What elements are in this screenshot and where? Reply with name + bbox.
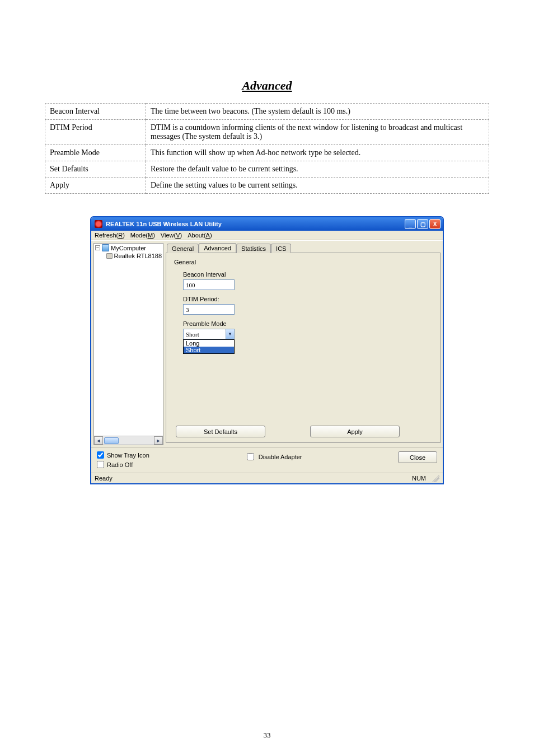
app-window: REALTEK 11n USB Wireless LAN Utility _ ▢… <box>90 216 444 484</box>
set-defaults-button[interactable]: Set Defaults <box>176 426 265 437</box>
preamble-dropdown-list[interactable]: LongShort <box>183 339 235 354</box>
device-tree[interactable]: − MyComputer Realtek RTL8188 ◄ ► <box>93 243 163 445</box>
definitions-table: Beacon IntervalThe time between two beac… <box>45 103 489 194</box>
preamble-option[interactable]: Short <box>184 347 234 353</box>
def-desc: DTIM is a countdown informing clients of… <box>146 120 489 145</box>
def-term: Apply <box>45 178 146 194</box>
def-term: Set Defaults <box>45 161 146 178</box>
menu-item[interactable]: About(A) <box>188 232 212 239</box>
scroll-right-icon[interactable]: ► <box>154 436 163 445</box>
adapter-icon <box>106 253 113 259</box>
minimize-button[interactable]: _ <box>405 219 416 229</box>
chevron-down-icon[interactable]: ▼ <box>226 329 234 339</box>
maximize-button[interactable]: ▢ <box>417 219 428 229</box>
app-icon <box>95 220 102 228</box>
show-tray-label: Show Tray Icon <box>107 452 149 459</box>
def-desc: This function will show up when Ad-hoc n… <box>146 145 489 161</box>
preamble-option[interactable]: Long <box>184 340 234 347</box>
resize-grip-icon[interactable] <box>432 474 439 482</box>
menu-item[interactable]: Mode(M) <box>130 232 155 239</box>
tree-root-label[interactable]: MyComputer <box>111 245 146 251</box>
status-bar: Ready NUM <box>91 473 443 483</box>
show-tray-checkbox[interactable]: Show Tray Icon <box>97 451 149 459</box>
dtim-label: DTIM Period: <box>183 296 433 302</box>
status-num: NUM <box>412 475 426 482</box>
tab-ics[interactable]: ICS <box>271 244 291 253</box>
titlebar[interactable]: REALTEK 11n USB Wireless LAN Utility _ ▢… <box>91 217 443 231</box>
section-heading: Advanced <box>45 78 489 93</box>
tab-panel-advanced: General Beacon Interval DTIM Period: Pre… <box>166 253 441 443</box>
disable-adapter-label: Disable Adapter <box>259 454 302 460</box>
page-number: 33 <box>0 731 534 740</box>
group-label: General <box>174 259 433 265</box>
tab-row: GeneralAdvancedStatisticsICS <box>167 243 441 253</box>
window-title: REALTEK 11n USB Wireless LAN Utility <box>106 221 405 227</box>
radio-off-label: Radio Off <box>107 461 133 468</box>
computer-icon <box>102 244 109 251</box>
scroll-thumb[interactable] <box>104 437 119 444</box>
scroll-left-icon[interactable]: ◄ <box>94 436 103 445</box>
tab-statistics[interactable]: Statistics <box>236 244 271 253</box>
def-term: DTIM Period <box>45 120 146 145</box>
tab-general[interactable]: General <box>167 244 199 253</box>
radio-off-checkbox[interactable]: Radio Off <box>97 461 149 468</box>
tree-horizontal-scrollbar[interactable]: ◄ ► <box>94 436 163 445</box>
def-term: Beacon Interval <box>45 104 146 120</box>
menu-item[interactable]: View(V) <box>161 232 182 239</box>
beacon-input[interactable] <box>183 279 235 290</box>
preamble-label: Preamble Mode <box>183 320 433 327</box>
beacon-label: Beacon Interval <box>183 271 433 278</box>
status-ready: Ready <box>95 475 412 482</box>
dtim-input[interactable] <box>183 304 235 315</box>
def-desc: Restore the default value to be current … <box>146 161 489 178</box>
tab-advanced[interactable]: Advanced <box>199 243 236 253</box>
tree-collapse-icon[interactable]: − <box>95 245 100 250</box>
window-close-button[interactable]: X <box>429 219 441 229</box>
def-term: Preamble Mode <box>45 145 146 161</box>
def-desc: The time between two beacons. (The syste… <box>146 104 489 120</box>
apply-button[interactable]: Apply <box>310 426 400 437</box>
menu-item[interactable]: Refresh(R) <box>95 232 125 239</box>
close-button[interactable]: Close <box>398 451 437 463</box>
tree-child-label[interactable]: Realtek RTL8188 <box>114 253 162 259</box>
disable-adapter-checkbox[interactable]: Disable Adapter <box>245 451 302 462</box>
menu-bar: Refresh(R)Mode(M)View(V)About(A) <box>91 231 443 240</box>
def-desc: Define the setting values to be current … <box>146 178 489 194</box>
